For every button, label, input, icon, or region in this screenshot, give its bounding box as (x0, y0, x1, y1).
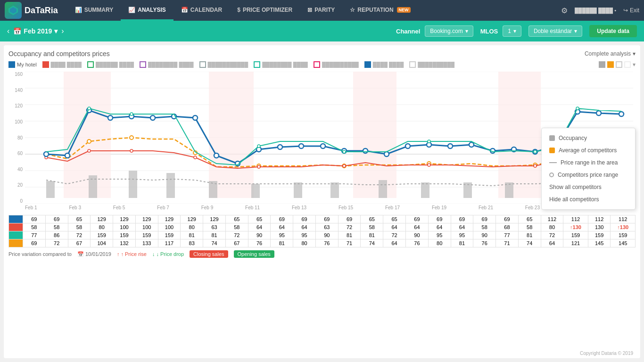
dropdown-avg-competitors[interactable]: Average of competitors (542, 144, 635, 156)
legend-comp8[interactable]: ██████████ (409, 61, 454, 68)
price-range-icon (549, 162, 557, 163)
table-row-blue: 6969651291291291291291296565696969696565… (9, 215, 636, 223)
table-row-cyan: 7786721591591591598181729095959081817290… (9, 231, 636, 239)
legend-color-light (409, 61, 416, 68)
calendar-icon: 📅 (77, 251, 84, 257)
copyright: Copyright Dataria © 2019 (580, 351, 633, 356)
section-title: Occupancy and competitors prices (8, 50, 110, 58)
legend-color-blue (8, 61, 15, 68)
current-date[interactable]: 📅 Feb 2019 ▾ (13, 27, 58, 35)
svg-rect-24 (251, 184, 260, 198)
nav-item-calendar[interactable]: 📅 CALENDAR (173, 0, 230, 21)
legend-color-gray (199, 61, 206, 68)
channel-select[interactable]: Booking.com ▾ (425, 25, 473, 37)
svg-rect-26 (330, 182, 339, 198)
opening-sales-badge: Opening sales (234, 250, 274, 258)
svg-point-62 (214, 153, 219, 158)
svg-point-71 (405, 144, 410, 148)
dropdown-show-competitors[interactable]: Show all competitors (542, 181, 635, 193)
legend-gray-box (599, 61, 605, 68)
svg-point-88 (576, 107, 579, 110)
closing-sales-badge: Closing sales (190, 250, 228, 258)
chart-options-dropdown: Occupancy Average of competitors Price r… (541, 128, 636, 210)
prev-month-button[interactable]: ‹ (7, 27, 9, 35)
svg-rect-17 (353, 72, 396, 198)
logo-icon (5, 2, 22, 19)
row-indicator-blue (9, 215, 23, 223)
svg-point-84 (257, 145, 260, 148)
new-badge: NEW (397, 7, 411, 13)
avg-competitors-icon (549, 148, 555, 153)
legend-color-purple (140, 61, 146, 68)
legend-comp5[interactable]: ████████ ████ (254, 61, 308, 68)
legend-comp4[interactable]: ███████████ (199, 61, 248, 68)
price-rise-indicator: ↑ ↑ Price rise (117, 251, 147, 257)
legend-color-blue2 (364, 61, 371, 68)
mlos-label: MLOS (480, 28, 498, 35)
mlos-select[interactable]: 1 ▾ (503, 25, 521, 37)
legend-comp3[interactable]: ████████ ████ (140, 61, 194, 68)
dropdown-competitors-price-range[interactable]: Competitors price range (542, 169, 635, 181)
nav-item-summary[interactable]: 📊 SUMMARY (67, 0, 121, 21)
dropdown-hide-competitors[interactable]: Hide all competitors (542, 193, 635, 206)
svg-point-74 (469, 142, 474, 147)
calendar-icon: 📅 (13, 27, 21, 35)
legend-color-teal (254, 61, 260, 68)
legend-my-hotel[interactable]: My hotel (8, 61, 37, 68)
nav-item-reputation[interactable]: ☆ REPUTATION NEW (342, 0, 418, 21)
mlos-group: MLOS 1 ▾ (480, 25, 521, 37)
room-type-select[interactable]: Doble estándar ▾ (528, 25, 582, 37)
svg-point-50 (343, 165, 346, 167)
competitors-range-icon (549, 173, 554, 177)
summary-icon: 📊 (75, 7, 82, 13)
legend-comp7[interactable]: ████ ████ (364, 61, 404, 68)
toolbar: ‹ 📅 Feb 2019 ▾ › Channel Booking.com ▾ M… (0, 21, 644, 41)
svg-point-65 (278, 145, 282, 149)
legend-outline-box (624, 61, 631, 68)
settings-icon[interactable]: ⚙ (561, 6, 568, 15)
svg-point-80 (596, 111, 601, 115)
svg-point-57 (108, 115, 113, 120)
dropdown-occupancy[interactable]: Occupancy (542, 132, 635, 144)
variation-label: Price variation compared to (8, 251, 72, 257)
nav-item-parity[interactable]: ⊠ PARITY (300, 0, 342, 21)
price-drop-indicator: ↓ ↓ Price drop (152, 251, 184, 257)
update-data-button[interactable]: Update data (589, 25, 637, 37)
legend-dropdown-icon[interactable]: ▾ (633, 61, 636, 68)
svg-point-55 (65, 153, 70, 158)
logo[interactable]: DaTaRia (5, 2, 58, 19)
nav-right: ⚙ ██████ ████ • ↪ Exit (561, 6, 639, 15)
row-indicator-cyan (9, 231, 23, 239)
nav-item-analysis[interactable]: 📈 ANALYSIS (121, 0, 173, 21)
svg-point-70 (384, 152, 389, 156)
table-row-yellow: 6972671041321331178374677681807671746476… (9, 239, 636, 247)
chevron-down-icon: ▾ (513, 28, 516, 34)
legend-comp1[interactable]: ████ ████ (42, 61, 82, 68)
svg-point-46 (88, 149, 91, 152)
exit-button[interactable]: ↪ Exit (623, 7, 639, 14)
price-data-table: 6969651291291291291291296565696969696565… (8, 215, 636, 247)
chevron-down-icon: ▾ (574, 28, 577, 34)
next-month-button[interactable]: › (61, 27, 64, 35)
legend-comp6[interactable]: ██████████ (314, 61, 359, 68)
analysis-icon: 📈 (128, 7, 135, 13)
svg-rect-21 (129, 171, 137, 198)
svg-point-83 (130, 113, 133, 115)
svg-point-37 (87, 140, 91, 143)
calendar-icon: 📅 (181, 7, 188, 13)
up-arrow-icon: ↑ (117, 251, 120, 257)
exit-icon: ↪ (623, 7, 628, 14)
legend-comp2[interactable]: ██████ ████ (87, 61, 134, 68)
chevron-down-icon: ▾ (633, 50, 636, 57)
complete-analysis-button[interactable]: Complete analysis ▾ (585, 50, 636, 57)
occupancy-icon (549, 135, 555, 141)
svg-rect-27 (379, 180, 387, 198)
dropdown-price-range[interactable]: Price range in the area (542, 156, 635, 169)
legend-color-green (87, 61, 94, 68)
logo-text: DaTaRia (25, 6, 58, 16)
svg-point-47 (130, 149, 133, 152)
nav-item-price-optimizer[interactable]: $ PRICE OPTIMIZER (230, 0, 300, 21)
variation-date: 📅 10/01/2019 (77, 251, 111, 257)
reputation-icon: ☆ (350, 7, 355, 13)
svg-point-54 (44, 152, 49, 156)
